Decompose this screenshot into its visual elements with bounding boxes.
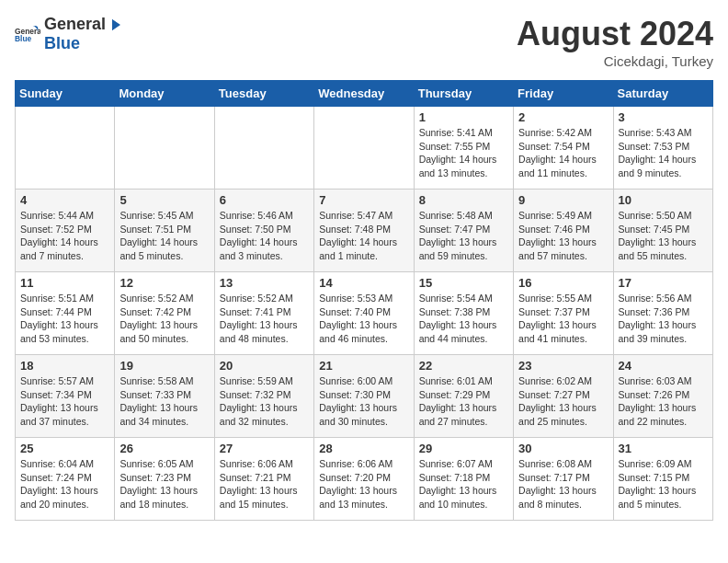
day-number: 8	[419, 193, 508, 207]
header-day-monday: Monday	[115, 81, 214, 107]
day-detail: Sunrise: 6:06 AMSunset: 7:20 PMDaylight:…	[319, 457, 408, 511]
day-number: 2	[518, 110, 608, 124]
day-number: 27	[220, 442, 309, 455]
logo-icon: General Blue	[15, 21, 40, 47]
day-number: 16	[518, 276, 608, 290]
day-detail: Sunrise: 5:59 AMSunset: 7:32 PMDaylight:…	[220, 374, 309, 429]
calendar-cell: 17Sunrise: 5:56 AMSunset: 7:36 PMDayligh…	[613, 272, 712, 355]
day-detail: Sunrise: 6:02 AMSunset: 7:27 PMDaylight:…	[518, 374, 608, 429]
day-number: 1	[419, 110, 508, 124]
day-detail: Sunrise: 5:52 AMSunset: 7:42 PMDaylight:…	[119, 292, 209, 346]
calendar-cell: 13Sunrise: 5:52 AMSunset: 7:41 PMDayligh…	[214, 272, 313, 355]
day-number: 20	[220, 359, 309, 373]
title-block: August 2024 Cicekdagi, Turkey	[517, 15, 713, 69]
header-day-saturday: Saturday	[613, 81, 712, 107]
day-number: 15	[419, 276, 508, 290]
day-number: 12	[119, 276, 209, 290]
day-number: 29	[419, 442, 508, 455]
day-number: 17	[619, 276, 708, 290]
calendar-cell: 9Sunrise: 5:49 AMSunset: 7:46 PMDaylight…	[514, 190, 613, 272]
day-number: 22	[419, 359, 508, 373]
day-detail: Sunrise: 5:54 AMSunset: 7:38 PMDaylight:…	[419, 292, 508, 346]
day-number: 24	[619, 359, 708, 373]
day-number: 21	[319, 359, 408, 373]
calendar-cell: 24Sunrise: 6:03 AMSunset: 7:26 PMDayligh…	[613, 355, 712, 438]
day-detail: Sunrise: 6:00 AMSunset: 7:30 PMDaylight:…	[319, 374, 408, 429]
header-day-tuesday: Tuesday	[214, 81, 313, 107]
calendar-cell	[16, 107, 115, 190]
logo: General Blue General Blue	[15, 15, 123, 53]
calendar-cell	[115, 107, 214, 190]
calendar-cell: 21Sunrise: 6:00 AMSunset: 7:30 PMDayligh…	[314, 355, 414, 438]
calendar-cell: 6Sunrise: 5:46 AMSunset: 7:50 PMDaylight…	[214, 190, 313, 272]
calendar-cell: 29Sunrise: 6:07 AMSunset: 7:18 PMDayligh…	[414, 438, 513, 521]
day-detail: Sunrise: 5:48 AMSunset: 7:47 PMDaylight:…	[419, 209, 508, 263]
month-title: August 2024	[517, 15, 713, 53]
calendar-cell: 11Sunrise: 5:51 AMSunset: 7:44 PMDayligh…	[16, 272, 115, 355]
day-number: 28	[319, 442, 408, 455]
day-number: 4	[20, 193, 109, 207]
day-detail: Sunrise: 5:52 AMSunset: 7:41 PMDaylight:…	[220, 292, 309, 346]
calendar-cell	[314, 107, 414, 190]
page-header: General Blue General Blue August 2024 Ci…	[15, 15, 713, 69]
logo-general: General	[44, 15, 106, 34]
day-number: 9	[518, 193, 608, 207]
calendar-cell: 7Sunrise: 5:47 AMSunset: 7:48 PMDaylight…	[314, 190, 414, 272]
day-detail: Sunrise: 6:01 AMSunset: 7:29 PMDaylight:…	[419, 374, 508, 429]
day-detail: Sunrise: 5:49 AMSunset: 7:46 PMDaylight:…	[518, 209, 608, 263]
logo-chevron-icon	[107, 17, 123, 33]
calendar-cell: 18Sunrise: 5:57 AMSunset: 7:34 PMDayligh…	[16, 355, 115, 438]
day-number: 10	[619, 193, 708, 207]
calendar-cell: 4Sunrise: 5:44 AMSunset: 7:52 PMDaylight…	[16, 190, 115, 272]
logo-blue: Blue	[44, 34, 123, 53]
calendar-cell	[214, 107, 313, 190]
calendar-cell: 20Sunrise: 5:59 AMSunset: 7:32 PMDayligh…	[214, 355, 313, 438]
calendar-cell: 27Sunrise: 6:06 AMSunset: 7:21 PMDayligh…	[214, 438, 313, 521]
day-number: 26	[119, 442, 209, 455]
day-detail: Sunrise: 5:53 AMSunset: 7:40 PMDaylight:…	[319, 292, 408, 346]
week-row-4: 18Sunrise: 5:57 AMSunset: 7:34 PMDayligh…	[16, 355, 713, 438]
day-detail: Sunrise: 5:57 AMSunset: 7:34 PMDaylight:…	[20, 374, 109, 429]
day-detail: Sunrise: 5:50 AMSunset: 7:45 PMDaylight:…	[619, 209, 708, 263]
day-number: 14	[319, 276, 408, 290]
calendar-cell: 2Sunrise: 5:42 AMSunset: 7:54 PMDaylight…	[514, 107, 613, 190]
day-number: 25	[20, 442, 109, 455]
calendar-cell: 28Sunrise: 6:06 AMSunset: 7:20 PMDayligh…	[314, 438, 414, 521]
day-detail: Sunrise: 5:44 AMSunset: 7:52 PMDaylight:…	[20, 209, 109, 263]
day-detail: Sunrise: 5:56 AMSunset: 7:36 PMDaylight:…	[619, 292, 708, 346]
calendar-cell: 3Sunrise: 5:43 AMSunset: 7:53 PMDaylight…	[613, 107, 712, 190]
header-day-friday: Friday	[514, 81, 613, 107]
calendar-cell: 10Sunrise: 5:50 AMSunset: 7:45 PMDayligh…	[613, 190, 712, 272]
day-detail: Sunrise: 6:08 AMSunset: 7:17 PMDaylight:…	[518, 457, 608, 511]
calendar-cell: 23Sunrise: 6:02 AMSunset: 7:27 PMDayligh…	[514, 355, 613, 438]
week-row-3: 11Sunrise: 5:51 AMSunset: 7:44 PMDayligh…	[16, 272, 713, 355]
calendar-body: 1Sunrise: 5:41 AMSunset: 7:55 PMDaylight…	[16, 107, 713, 521]
day-detail: Sunrise: 5:42 AMSunset: 7:54 PMDaylight:…	[518, 126, 608, 180]
header-row: SundayMondayTuesdayWednesdayThursdayFrid…	[16, 81, 713, 107]
day-detail: Sunrise: 5:41 AMSunset: 7:55 PMDaylight:…	[419, 126, 508, 180]
day-detail: Sunrise: 5:58 AMSunset: 7:33 PMDaylight:…	[119, 374, 209, 429]
day-number: 3	[619, 110, 708, 124]
calendar-cell: 16Sunrise: 5:55 AMSunset: 7:37 PMDayligh…	[514, 272, 613, 355]
calendar-cell: 25Sunrise: 6:04 AMSunset: 7:24 PMDayligh…	[16, 438, 115, 521]
calendar-cell: 1Sunrise: 5:41 AMSunset: 7:55 PMDaylight…	[414, 107, 513, 190]
svg-text:Blue: Blue	[15, 34, 31, 43]
day-detail: Sunrise: 5:51 AMSunset: 7:44 PMDaylight:…	[20, 292, 109, 346]
day-number: 5	[119, 193, 209, 207]
calendar-cell: 14Sunrise: 5:53 AMSunset: 7:40 PMDayligh…	[314, 272, 414, 355]
day-detail: Sunrise: 6:06 AMSunset: 7:21 PMDaylight:…	[220, 457, 309, 511]
header-day-sunday: Sunday	[16, 81, 115, 107]
calendar-cell: 8Sunrise: 5:48 AMSunset: 7:47 PMDaylight…	[414, 190, 513, 272]
day-detail: Sunrise: 5:47 AMSunset: 7:48 PMDaylight:…	[319, 209, 408, 263]
day-number: 7	[319, 193, 408, 207]
day-detail: Sunrise: 6:03 AMSunset: 7:26 PMDaylight:…	[619, 374, 708, 429]
calendar-cell: 15Sunrise: 5:54 AMSunset: 7:38 PMDayligh…	[414, 272, 513, 355]
day-number: 18	[20, 359, 109, 373]
day-detail: Sunrise: 6:07 AMSunset: 7:18 PMDaylight:…	[419, 457, 508, 511]
day-detail: Sunrise: 6:09 AMSunset: 7:15 PMDaylight:…	[619, 457, 708, 511]
header-day-thursday: Thursday	[414, 81, 513, 107]
week-row-2: 4Sunrise: 5:44 AMSunset: 7:52 PMDaylight…	[16, 190, 713, 272]
calendar-cell: 19Sunrise: 5:58 AMSunset: 7:33 PMDayligh…	[115, 355, 214, 438]
day-detail: Sunrise: 5:43 AMSunset: 7:53 PMDaylight:…	[619, 126, 708, 180]
day-number: 13	[220, 276, 309, 290]
